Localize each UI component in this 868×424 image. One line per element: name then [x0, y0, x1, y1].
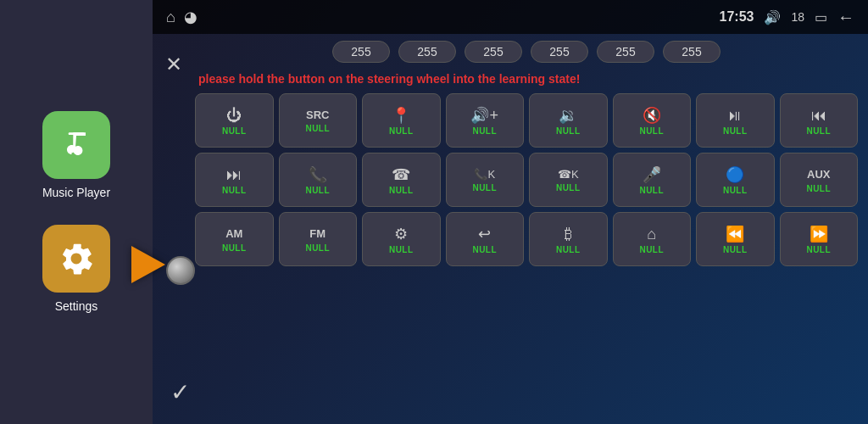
btn-next[interactable]: ⏭ NULL: [195, 153, 274, 207]
close-button[interactable]: ✕: [159, 49, 189, 80]
knob-container: [166, 256, 195, 285]
btn-vol-up-label: NULL: [472, 126, 497, 136]
btn-play-pause[interactable]: ⏯ NULL: [696, 93, 775, 148]
home-status-icon[interactable]: ⌂: [166, 8, 175, 26]
btn-bt-label: NULL: [556, 245, 581, 254]
ff-icon: ⏩: [810, 226, 828, 242]
pill-4[interactable]: 255: [597, 41, 654, 63]
svg-point-2: [75, 147, 81, 153]
btn-fm[interactable]: FM NULL: [279, 212, 358, 266]
btn-ff-label: NULL: [806, 245, 831, 254]
gps-icon: 📍: [392, 108, 410, 123]
hangup-k-icon: ☎K: [558, 169, 579, 180]
btn-gps[interactable]: 📍 NULL: [362, 93, 441, 148]
svg-point-3: [82, 249, 89, 256]
btn-power[interactable]: ⏻ NULL: [195, 93, 274, 148]
btn-hangup-k[interactable]: ☎K NULL: [529, 153, 608, 207]
svg-rect-0: [69, 132, 84, 135]
music-player-label: Music Player: [42, 186, 110, 199]
voice-icon: 🔵: [726, 167, 744, 182]
btn-mic[interactable]: 🎤 NULL: [613, 153, 692, 207]
btn-hangup-label: NULL: [389, 186, 414, 195]
btn-vol-up[interactable]: 🔊+ NULL: [446, 93, 525, 148]
btn-fm-label: NULL: [305, 243, 330, 253]
btn-vol-down[interactable]: 🔉 NULL: [529, 93, 608, 148]
btn-mute-label: NULL: [639, 126, 664, 136]
back-button[interactable]: ←: [837, 8, 854, 27]
play-pause-icon: ⏯: [727, 108, 743, 123]
btn-call-label: NULL: [305, 186, 330, 195]
pill-3[interactable]: 255: [531, 41, 588, 63]
btn-mute[interactable]: 🔇 NULL: [613, 93, 692, 148]
grid-row-3: AM NULL FM NULL ⚙ NULL ↩ NULL: [195, 212, 858, 266]
btn-play-pause-label: NULL: [723, 126, 748, 136]
btn-aux[interactable]: AUX NULL: [780, 153, 859, 207]
home-icon: ⌂: [647, 226, 656, 242]
bt-icon: ₿: [565, 226, 572, 242]
btn-am[interactable]: AM NULL: [195, 212, 274, 266]
status-bar: ⌂ ◕ 17:53 🔊 18 ▭ ←: [153, 0, 868, 34]
fm-text: FM: [309, 227, 326, 240]
rew-icon: ⏪: [726, 226, 744, 242]
button-grid: ⏻ NULL SRC NULL 📍 NULL 🔊+ NULL: [195, 93, 858, 417]
btn-vol-down-label: NULL: [556, 126, 581, 136]
btn-src[interactable]: SRC NULL: [279, 93, 358, 148]
vol-down-icon: 🔉: [559, 108, 577, 123]
btn-hangup[interactable]: ☎ NULL: [362, 153, 441, 207]
eq-icon: ⚙: [394, 226, 408, 242]
volume-level: 18: [791, 10, 804, 24]
content-wrapper: 255 255 255 255 255 255 please hold the …: [195, 41, 858, 417]
btn-back[interactable]: ↩ NULL: [446, 212, 525, 266]
btn-bt[interactable]: ₿ NULL: [529, 212, 608, 266]
power-icon: ⏻: [226, 108, 242, 123]
pill-2[interactable]: 255: [465, 41, 522, 63]
call-icon: 📞: [309, 167, 327, 182]
am-text: AM: [225, 227, 242, 240]
btn-prev-label: NULL: [806, 126, 831, 136]
sidebar-item-settings[interactable]: Settings: [42, 225, 110, 313]
btn-call-k[interactable]: 📞K NULL: [446, 153, 525, 207]
pill-5[interactable]: 255: [663, 41, 721, 63]
btn-eq-label: NULL: [389, 245, 414, 254]
status-time: 17:53: [720, 9, 754, 25]
settings-icon-bg: [42, 225, 110, 293]
btn-home[interactable]: ⌂ NULL: [613, 212, 692, 266]
btn-prev[interactable]: ⏮ NULL: [780, 93, 859, 148]
arrow-right-icon: [131, 246, 165, 283]
main-panel: ⌂ ◕ 17:53 🔊 18 ▭ ← ✕ ✓ 255 255 255 255 2…: [153, 0, 868, 424]
svg-point-1: [69, 147, 75, 153]
btn-call[interactable]: 📞 NULL: [279, 153, 358, 207]
btn-mic-label: NULL: [639, 186, 664, 195]
btn-eq[interactable]: ⚙ NULL: [362, 212, 441, 266]
sidebar: Music Player Settings: [0, 0, 153, 424]
grid-row-2: ⏭ NULL 📞 NULL ☎ NULL 📞K NULL: [195, 153, 858, 207]
settings-label: Settings: [55, 299, 98, 313]
music-player-icon: [42, 111, 110, 179]
btn-src-label: NULL: [305, 124, 330, 133]
btn-aux-label: NULL: [806, 184, 831, 193]
btn-gps-label: NULL: [389, 126, 414, 136]
nav-icon[interactable]: ◕: [184, 8, 198, 26]
next-icon: ⏭: [226, 167, 242, 182]
music-note-icon: [58, 126, 95, 164]
pill-0[interactable]: 255: [332, 41, 390, 63]
btn-voice[interactable]: 🔵 NULL: [696, 153, 775, 207]
mic-icon: 🎤: [643, 167, 661, 182]
btn-ff[interactable]: ⏩ NULL: [780, 212, 859, 266]
btn-am-label: NULL: [222, 243, 247, 253]
confirm-button[interactable]: ✓: [164, 378, 195, 409]
btn-rew[interactable]: ⏪ NULL: [696, 212, 775, 266]
call-k-icon: 📞K: [474, 169, 495, 180]
steering-knob[interactable]: [166, 256, 195, 285]
pill-1[interactable]: 255: [398, 41, 456, 63]
vol-up-icon: 🔊+: [470, 108, 498, 123]
aux-text: AUX: [807, 168, 830, 181]
sidebar-item-music[interactable]: Music Player: [42, 111, 110, 199]
volume-icon: 🔊: [764, 9, 781, 25]
prev-icon: ⏮: [811, 108, 826, 123]
instruction-text: please hold the button on the steering w…: [198, 72, 580, 86]
btn-call-k-label: NULL: [472, 183, 497, 192]
back-icon: ↩: [478, 226, 491, 242]
btn-rew-label: NULL: [723, 245, 748, 254]
btn-back-label: NULL: [472, 245, 497, 254]
